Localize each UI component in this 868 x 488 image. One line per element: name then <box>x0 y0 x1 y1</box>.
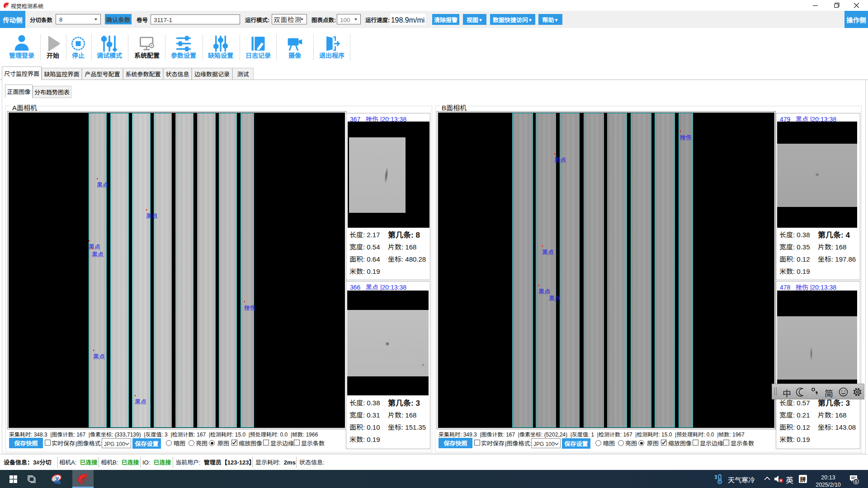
svg-text:6: 6 <box>855 479 857 484</box>
